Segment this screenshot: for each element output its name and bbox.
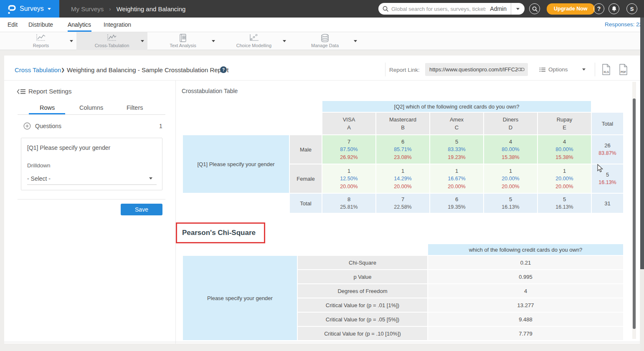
collapse-panel-icon[interactable] xyxy=(17,88,26,95)
chi-metric: p Value xyxy=(298,270,427,283)
analytics-toolbar: Reports Cross-Tabulation Text Analysis C… xyxy=(0,32,644,50)
spacer-cell xyxy=(183,113,322,134)
page-scrollbar-thumb[interactable] xyxy=(640,18,644,269)
app-switcher[interactable]: Surveys xyxy=(0,0,59,18)
tab-columns[interactable]: Columns xyxy=(79,104,103,111)
chi-row-header: Please specify your gender xyxy=(183,256,297,340)
toolbar-text-analysis[interactable]: Text Analysis xyxy=(147,32,218,50)
top-bar: Surveys My Surveys › Weighting and Balan… xyxy=(0,0,644,18)
svg-text:XLS: XLS xyxy=(603,71,609,73)
crosstab-cell: 112.50%20.00% xyxy=(322,164,375,193)
chevron-down-icon[interactable] xyxy=(149,177,152,179)
breadcrumb: My Surveys › Weighting and Balancing xyxy=(71,0,185,18)
search-icon xyxy=(383,6,388,12)
chi-metric: Chi-Square xyxy=(298,256,427,269)
spacer-cell xyxy=(183,194,289,213)
chevron-down-icon[interactable] xyxy=(212,40,215,42)
chi-value: 4 xyxy=(428,284,623,298)
book-icon xyxy=(147,34,218,42)
chevron-down-icon[interactable] xyxy=(582,68,586,71)
crosstab-cell: 480.00%15.38% xyxy=(538,135,591,164)
column-question-header: [Q2] which of the following credit cards… xyxy=(322,101,591,112)
toolbar-cross-tabulation[interactable]: Cross-Tabulation xyxy=(76,32,147,50)
chi-value: 13.277 xyxy=(428,298,623,312)
report-link-field[interactable]: https://www.questionpro.com/t/lFFCZg xyxy=(425,63,528,76)
question-text: [Q1] Please specify your gender xyxy=(27,144,110,151)
global-search-input[interactable] xyxy=(391,6,486,12)
chevron-right-icon: › xyxy=(109,6,111,12)
column-header-mastercard: MastercardB xyxy=(376,113,429,134)
global-search[interactable]: Admin xyxy=(378,3,525,15)
toolbar-manage-data[interactable]: Manage Data xyxy=(289,32,360,50)
chevron-down-icon[interactable] xyxy=(141,40,144,42)
spacer-cell xyxy=(183,101,322,112)
chevron-down-icon[interactable] xyxy=(283,40,286,42)
divider xyxy=(385,63,385,76)
questions-label: Questions xyxy=(35,123,61,129)
account-avatar[interactable]: S xyxy=(626,3,637,14)
search-button[interactable] xyxy=(529,3,540,14)
toolbar-reports[interactable]: Reports xyxy=(5,32,76,50)
crosstab-cell: 787.50%26.92% xyxy=(322,135,375,164)
crosstab-cell: 120.00%20.00% xyxy=(538,164,591,193)
toolbar-choice-modelling-label: Choice Modelling xyxy=(218,43,289,48)
save-button[interactable]: Save xyxy=(121,204,162,215)
search-scope-dropdown[interactable] xyxy=(511,3,525,15)
help-icon[interactable]: ? xyxy=(220,66,227,73)
chevron-down-icon[interactable] xyxy=(70,40,73,42)
notifications-button[interactable] xyxy=(609,3,619,14)
crosstab-cell: 116.67%20.00% xyxy=(430,164,483,193)
chi-value: 9.488 xyxy=(428,313,623,326)
chi-metric: Critical Value for (p = .10 [10%]) xyxy=(298,327,427,340)
line-chart-icon xyxy=(5,34,76,42)
chi-square-section-title: Pearson's Chi-Square xyxy=(182,229,256,237)
annotation-red-box: Pearson's Chi-Square xyxy=(176,222,265,243)
breadcrumb-survey-name: Weighting and Balancing xyxy=(117,5,186,13)
help-button[interactable]: ? xyxy=(593,3,604,14)
toolbar-text-analysis-label: Text Analysis xyxy=(147,43,218,48)
chevron-down-icon[interactable] xyxy=(354,40,357,42)
nav-analytics[interactable]: Analytics xyxy=(68,18,91,32)
chi-metric: Critical Value for (p = .05 [5%]) xyxy=(298,313,427,326)
divider xyxy=(4,342,640,342)
row-label-female: Female xyxy=(290,164,322,193)
drilldown-select[interactable]: - Select - xyxy=(27,175,51,182)
divider xyxy=(18,114,165,115)
svg-text:PDF: PDF xyxy=(621,71,626,73)
content-scrollbar-thumb[interactable] xyxy=(633,98,636,329)
database-icon xyxy=(289,34,360,43)
toolbar-choice-modelling[interactable]: Choice Modelling xyxy=(218,32,289,50)
options-menu[interactable]: Options xyxy=(540,63,568,76)
link-icon[interactable] xyxy=(517,67,525,72)
chi-metric: Degrees of Freedom xyxy=(298,284,427,298)
row-total-cell: 516.13% xyxy=(592,164,623,193)
column-header-diners: DinersD xyxy=(484,113,537,134)
chi-square-table: which of the following credit cards do y… xyxy=(182,243,624,341)
scatter-chart-icon xyxy=(218,34,289,42)
crosstab-cell: 685.71%23.08% xyxy=(376,135,429,164)
survey-nav: Edit Distribute Analytics Integration Re… xyxy=(0,18,644,32)
nav-edit[interactable]: Edit xyxy=(8,18,18,32)
crosstab-cell: 583.33%19.23% xyxy=(430,135,483,164)
report-link-label: Report Link: xyxy=(389,67,420,73)
spacer-cell xyxy=(183,244,427,255)
upgrade-now-button[interactable]: Upgrade Now xyxy=(547,3,595,15)
breadcrumb-cross-tabulation[interactable]: Cross Tabulation xyxy=(15,66,61,73)
report-url[interactable]: https://www.questionpro.com/t/lFFCZg xyxy=(429,66,517,73)
tab-rows[interactable]: Rows xyxy=(40,104,55,111)
crosstab-section-title: Crosstabulation Table xyxy=(182,88,238,94)
active-tab-underline xyxy=(68,30,91,32)
line-chart-icon xyxy=(76,34,147,42)
row-total-cell: 2683.87% xyxy=(592,135,623,164)
nav-distribute[interactable]: Distribute xyxy=(28,18,53,32)
export-pdf-button[interactable]: PDF xyxy=(619,64,628,75)
breadcrumb-my-surveys[interactable]: My Surveys xyxy=(71,5,104,13)
nav-integration[interactable]: Integration xyxy=(104,18,131,32)
chi-column-header: which of the following credit cards do y… xyxy=(428,244,623,255)
add-question-button[interactable] xyxy=(23,122,31,130)
divider xyxy=(27,184,157,185)
chi-value: 7.779 xyxy=(428,327,623,340)
tab-filters[interactable]: Filters xyxy=(127,104,143,111)
export-xls-button[interactable]: XLS xyxy=(601,64,611,75)
chevron-down-icon xyxy=(48,8,51,10)
